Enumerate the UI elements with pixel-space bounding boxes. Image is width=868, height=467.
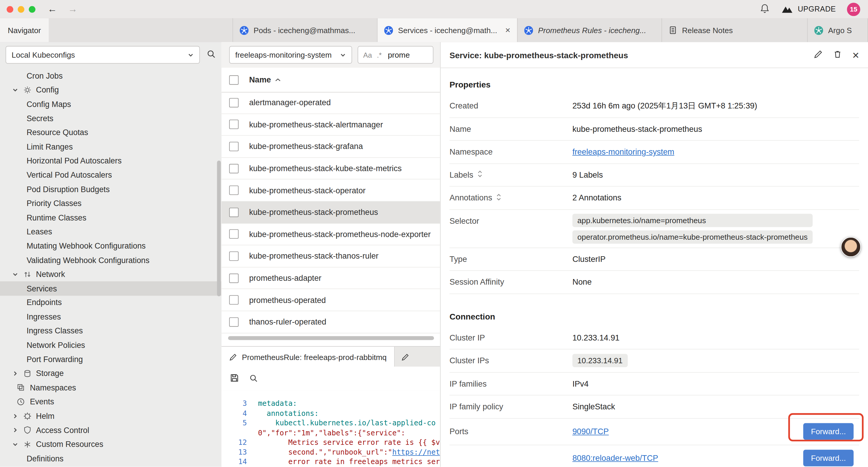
- yaml-editor[interactable]: 3metadata: 4 annotations: 5 kubectl.kube…: [221, 391, 440, 467]
- delete-trash-icon[interactable]: [833, 50, 842, 60]
- sidebar-item-definitions[interactable]: Definitions: [0, 451, 221, 466]
- upgrade-button[interactable]: UPGRADE: [781, 5, 836, 13]
- match-case-toggle[interactable]: Aa: [363, 51, 372, 59]
- sidebar-item-runtime-classes[interactable]: Runtime Classes: [0, 210, 221, 225]
- sidebar-item-secrets[interactable]: Secrets: [0, 111, 221, 125]
- notifications-bell-icon[interactable]: [760, 3, 770, 15]
- row-checkbox[interactable]: [229, 207, 239, 217]
- name-column-header[interactable]: Name: [249, 76, 280, 84]
- sidebar-item-port-forwarding[interactable]: Port Forwarding: [0, 352, 221, 366]
- table-row[interactable]: prometheus-operated: [221, 289, 440, 311]
- table-row[interactable]: thanos-ruler-operated: [221, 311, 440, 333]
- tab-release-notes[interactable]: Release Notes: [662, 18, 808, 42]
- dock-tab-partial[interactable]: [395, 347, 416, 367]
- sidebar-search-icon[interactable]: [207, 49, 216, 60]
- sidebar-item-storage[interactable]: Storage: [0, 366, 221, 380]
- sidebar-item-events[interactable]: Events: [0, 395, 221, 409]
- port-link-9090[interactable]: 9090/TCP: [572, 427, 609, 436]
- sidebar-item-limit-ranges[interactable]: Limit Ranges: [0, 140, 221, 154]
- row-checkbox[interactable]: [229, 317, 239, 327]
- forward-icon[interactable]: →: [68, 4, 78, 14]
- chevron-down-icon[interactable]: [11, 271, 19, 277]
- sidebar-item-cron-jobs[interactable]: Cron Jobs: [0, 68, 221, 83]
- annotations-value[interactable]: 2 Annotations: [572, 193, 621, 202]
- row-checkbox[interactable]: [229, 229, 239, 239]
- row-checkbox[interactable]: [229, 142, 239, 151]
- sidebar-scrollbar[interactable]: [217, 160, 221, 296]
- sidebar-item-endpoints[interactable]: Endpoints: [0, 296, 221, 310]
- edit-pencil-icon[interactable]: [814, 50, 823, 60]
- table-row[interactable]: kube-prometheus-stack-thanos-ruler: [221, 245, 440, 267]
- webcam-avatar[interactable]: [841, 237, 861, 257]
- expand-collapse-icon[interactable]: [496, 193, 502, 202]
- editor-search-icon[interactable]: [249, 374, 258, 384]
- sidebar-item-vertical-pod-autoscalers[interactable]: Vertical Pod Autoscalers: [0, 168, 221, 182]
- chevron-right-icon[interactable]: [11, 427, 19, 433]
- table-row[interactable]: kube-prometheus-stack-operator: [221, 180, 440, 202]
- row-checkbox[interactable]: [229, 273, 239, 283]
- sidebar-item-mutating-webhook-configurations[interactable]: Mutating Webhook Configurations: [0, 239, 221, 253]
- expand-collapse-icon[interactable]: [477, 170, 483, 180]
- table-row[interactable]: kube-prometheus-stack-prometheus-node-ex…: [221, 224, 440, 245]
- sidebar-item-validating-webhook-configurations[interactable]: Validating Webhook Configurations: [0, 253, 221, 267]
- tab-argo[interactable]: Argo S: [808, 18, 868, 42]
- sidebar-item-config-maps[interactable]: Config Maps: [0, 97, 221, 111]
- select-all-checkbox[interactable]: [229, 75, 239, 85]
- sidebar-item-pod-disruption-budgets[interactable]: Pod Disruption Budgets: [0, 182, 221, 196]
- table-row-selected[interactable]: kube-prometheus-stack-prometheus: [221, 202, 440, 224]
- sidebar-item-resource-quotas[interactable]: Resource Quotas: [0, 125, 221, 140]
- tab-services[interactable]: Services - icecheng@math... ×: [378, 18, 518, 42]
- minimize-window-button[interactable]: [18, 6, 24, 12]
- sidebar-item-network-policies[interactable]: Network Policies: [0, 338, 221, 352]
- chevron-right-icon[interactable]: [11, 413, 19, 419]
- table-row[interactable]: prometheus-adapter: [221, 267, 440, 289]
- filter-box[interactable]: Aa .*: [358, 46, 433, 64]
- port-link-8080[interactable]: 8080:reloader-web/TCP: [572, 454, 658, 463]
- sidebar-item-leases[interactable]: Leases: [0, 225, 221, 239]
- dock-tab-prometheusrule[interactable]: PrometheusRule: freeleaps-prod-rabbitmq: [221, 347, 395, 367]
- row-checkbox[interactable]: [229, 295, 239, 305]
- sidebar-item-horizontal-pod-autoscalers[interactable]: Horizontal Pod Autoscalers: [0, 154, 221, 168]
- row-checkbox[interactable]: [229, 252, 239, 261]
- save-icon[interactable]: [230, 373, 239, 384]
- labels-value[interactable]: 9 Labels: [572, 171, 603, 179]
- row-checkbox[interactable]: [229, 164, 239, 173]
- tab-prometheus-rules[interactable]: Prometheus Rules - icecheng...: [518, 18, 662, 42]
- close-window-button[interactable]: [6, 6, 13, 12]
- sidebar-item-services[interactable]: Services: [0, 282, 221, 296]
- sidebar-item-namespaces[interactable]: Namespaces: [0, 380, 221, 395]
- navigator-tab[interactable]: Navigator: [0, 18, 49, 42]
- table-row[interactable]: kube-prometheus-stack-alertmanager: [221, 114, 440, 136]
- sidebar-item-ingress-classes[interactable]: Ingress Classes: [0, 324, 221, 338]
- horizontal-scrollbar[interactable]: [228, 336, 434, 340]
- row-checkbox[interactable]: [229, 98, 239, 107]
- table-row[interactable]: kube-prometheus-stack-kube-state-metrics: [221, 158, 440, 180]
- notification-count-badge[interactable]: 15: [847, 2, 860, 16]
- sidebar-item-priority-classes[interactable]: Priority Classes: [0, 196, 221, 210]
- sidebar-item-custom-resources[interactable]: Custom Resources: [0, 437, 221, 451]
- row-checkbox[interactable]: [229, 120, 239, 129]
- forward-button-9090[interactable]: Forward...: [803, 423, 854, 440]
- filter-input[interactable]: [387, 50, 428, 60]
- namespace-select[interactable]: freeleaps-monitoring-system: [229, 46, 352, 64]
- tab-pods[interactable]: Pods - icecheng@mathmas...: [233, 18, 378, 42]
- back-icon[interactable]: ←: [48, 4, 57, 14]
- chevron-right-icon[interactable]: [11, 370, 19, 377]
- regex-toggle[interactable]: .*: [377, 51, 382, 59]
- sidebar-item-config[interactable]: Config: [0, 83, 221, 97]
- kubeconfig-select[interactable]: Local Kubeconfigs: [6, 46, 200, 64]
- table-row[interactable]: kube-prometheus-stack-grafana: [221, 136, 440, 157]
- sidebar-item-ingresses[interactable]: Ingresses: [0, 310, 221, 324]
- chevron-down-icon[interactable]: [11, 441, 19, 447]
- row-checkbox[interactable]: [229, 185, 239, 195]
- close-tab-icon[interactable]: ×: [505, 26, 510, 35]
- table-row[interactable]: alertmanager-operated: [221, 92, 440, 114]
- maximize-window-button[interactable]: [29, 6, 35, 12]
- sidebar-item-access-control[interactable]: Access Control: [0, 423, 221, 437]
- forward-button-8080[interactable]: Forward...: [803, 449, 854, 466]
- close-details-icon[interactable]: ×: [852, 49, 859, 61]
- sidebar-item-network[interactable]: Network: [0, 267, 221, 282]
- sidebar-item-helm[interactable]: Helm: [0, 409, 221, 423]
- chevron-down-icon[interactable]: [11, 87, 19, 93]
- namespace-link[interactable]: freeleaps-monitoring-system: [572, 147, 674, 156]
